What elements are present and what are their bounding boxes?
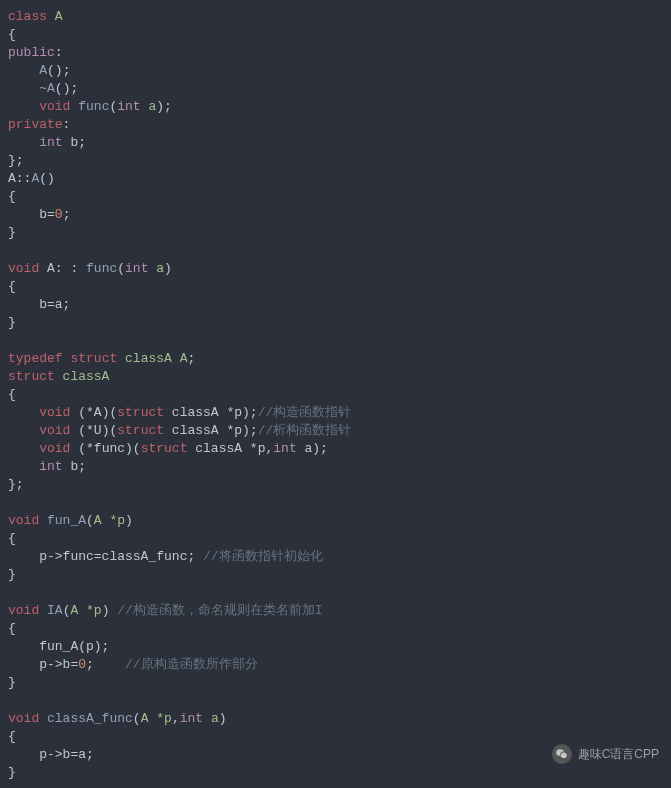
code-line[interactable]: ~A(); (8, 80, 663, 98)
code-line[interactable]: public: (8, 44, 663, 62)
code-line[interactable]: { (8, 386, 663, 404)
code-token: classA_func (47, 711, 133, 726)
code-token (8, 63, 39, 78)
code-line[interactable]: A::A() (8, 170, 663, 188)
code-token: (*U)( (78, 423, 117, 438)
code-line[interactable]: void fun_A(A *p) (8, 512, 663, 530)
code-token: } (8, 567, 16, 582)
code-token: { (8, 189, 16, 204)
code-line[interactable]: { (8, 530, 663, 548)
code-line[interactable]: int b; (8, 458, 663, 476)
code-token: b; (70, 459, 86, 474)
code-token: void (8, 261, 47, 276)
code-token: int (125, 261, 156, 276)
code-token: int (117, 99, 148, 114)
code-token: void (8, 603, 47, 618)
code-token: : (63, 117, 71, 132)
code-line[interactable]: void classA_func(A *p,int a) (8, 710, 663, 728)
code-line[interactable]: } (8, 566, 663, 584)
code-line[interactable]: } (8, 674, 663, 692)
code-token: //将函数指针初始化 (203, 549, 323, 564)
code-token: void (39, 99, 78, 114)
code-line[interactable]: void (*U)(struct classA *p);//析构函数指针 (8, 422, 663, 440)
code-token: a (156, 261, 164, 276)
code-line[interactable]: struct classA (8, 368, 663, 386)
code-token: ( (117, 261, 125, 276)
code-token: //构造函数，命名规则在类名前加I (117, 603, 322, 618)
code-token: void (39, 441, 78, 456)
code-line[interactable]: class A (8, 8, 663, 26)
code-token: typedef (8, 351, 70, 366)
code-line[interactable]: A(); (8, 62, 663, 80)
code-line[interactable]: int b; (8, 134, 663, 152)
code-line[interactable]: }; (8, 476, 663, 494)
code-token (8, 459, 39, 474)
code-token: classA *p); (172, 423, 258, 438)
code-token: (*A)( (78, 405, 117, 420)
code-token: }; (8, 477, 24, 492)
code-token: b= (8, 207, 55, 222)
code-token: int (39, 459, 70, 474)
code-line[interactable]: void func(int a); (8, 98, 663, 116)
code-line[interactable]: void IA(A *p) //构造函数，命名规则在类名前加I (8, 602, 663, 620)
code-line[interactable]: void A: : func(int a) (8, 260, 663, 278)
code-line[interactable] (8, 242, 663, 260)
code-line[interactable]: { (8, 620, 663, 638)
code-token: p->b= (8, 657, 78, 672)
code-line[interactable]: } (8, 224, 663, 242)
code-token: { (8, 387, 16, 402)
code-token: p->func=classA_func; (8, 549, 203, 564)
code-token: struct (8, 369, 63, 384)
code-line[interactable]: fun_A(p); (8, 638, 663, 656)
code-line[interactable]: b=0; (8, 206, 663, 224)
code-line[interactable]: void (*A)(struct classA *p);//构造函数指针 (8, 404, 663, 422)
watermark: 趣味C语言CPP (552, 744, 659, 764)
code-token: { (8, 729, 16, 744)
code-line[interactable]: typedef struct classA A; (8, 350, 663, 368)
code-token: classA (63, 369, 110, 384)
code-token: int (180, 711, 211, 726)
code-token (8, 405, 39, 420)
code-line[interactable]: b=a; (8, 296, 663, 314)
code-line[interactable] (8, 494, 663, 512)
code-token: void (8, 711, 47, 726)
code-token: IA (47, 603, 63, 618)
code-line[interactable]: void (*func)(struct classA *p,int a); (8, 440, 663, 458)
code-token: classA *p, (195, 441, 273, 456)
code-line[interactable]: { (8, 188, 663, 206)
code-token (8, 423, 39, 438)
code-token: 0 (55, 207, 63, 222)
code-token: , (172, 711, 180, 726)
code-token: ) (219, 711, 227, 726)
code-token: b=a; (8, 297, 70, 312)
code-line[interactable]: p->b=0; //原构造函数所作部分 (8, 656, 663, 674)
code-line[interactable]: { (8, 26, 663, 44)
code-line[interactable] (8, 692, 663, 710)
code-line[interactable]: } (8, 764, 663, 782)
code-token: A:: (8, 171, 31, 186)
code-token: } (8, 225, 16, 240)
code-token: a (211, 711, 219, 726)
code-line[interactable]: private: (8, 116, 663, 134)
code-token: A: : (47, 261, 86, 276)
code-editor[interactable]: class A{public: A(); ~A(); void func(int… (8, 8, 663, 782)
code-line[interactable]: { (8, 278, 663, 296)
code-token: A (141, 711, 157, 726)
code-token: *p (86, 603, 102, 618)
code-line[interactable]: } (8, 314, 663, 332)
code-token: p->b=a; (8, 747, 94, 762)
code-token: private (8, 117, 63, 132)
code-token: } (8, 765, 16, 780)
code-token: (); (47, 63, 70, 78)
code-token: void (39, 423, 78, 438)
code-token: (); (55, 81, 78, 96)
code-line[interactable] (8, 584, 663, 602)
code-line[interactable]: }; (8, 152, 663, 170)
code-token: }; (8, 153, 24, 168)
code-token: ) (102, 603, 118, 618)
code-token: fun_A(p); (8, 639, 109, 654)
code-line[interactable]: p->func=classA_func; //将函数指针初始化 (8, 548, 663, 566)
code-token: struct (117, 405, 172, 420)
code-line[interactable] (8, 332, 663, 350)
code-token: int (273, 441, 304, 456)
